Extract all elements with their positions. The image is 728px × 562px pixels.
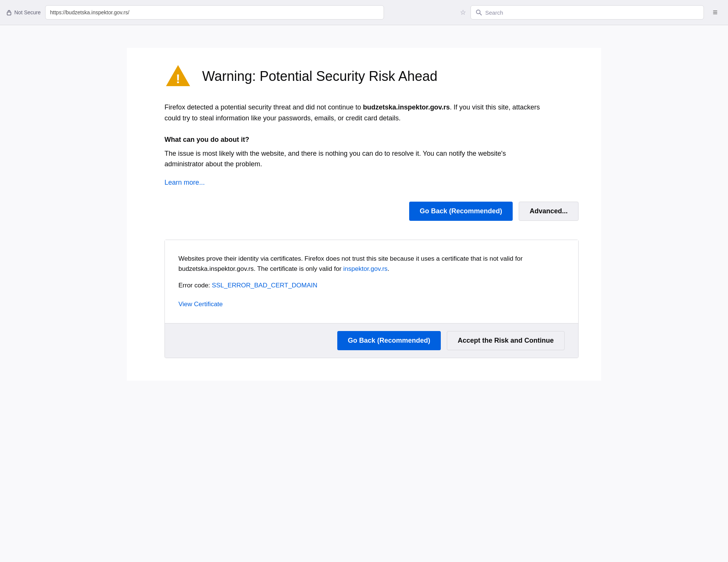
go-back-button[interactable]: Go Back (Recommended) xyxy=(409,202,513,221)
search-bar[interactable]: Search xyxy=(471,5,704,20)
warning-triangle-icon: ! xyxy=(164,63,192,90)
error-code-label: Error code: xyxy=(178,282,212,289)
main-button-row: Go Back (Recommended) Advanced... xyxy=(164,202,579,221)
accept-risk-button[interactable]: Accept the Risk and Continue xyxy=(447,331,565,350)
advanced-panel-footer: Go Back (Recommended) Accept the Risk an… xyxy=(165,323,578,358)
lock-icon xyxy=(6,9,12,15)
browser-toolbar: Not Secure https://budzetska.inspektor.g… xyxy=(0,0,728,25)
warning-title: Warning: Potential Security Risk Ahead xyxy=(202,68,437,84)
svg-rect-0 xyxy=(7,12,11,15)
bookmark-icon[interactable]: ☆ xyxy=(460,8,466,17)
view-certificate-link[interactable]: View Certificate xyxy=(178,301,223,308)
advanced-panel: Websites prove their identity via certif… xyxy=(164,240,579,358)
advanced-text-2: . xyxy=(388,265,390,272)
search-icon xyxy=(475,9,482,16)
browser-menu-icon[interactable]: ≡ xyxy=(708,6,722,19)
warning-body-text-1: Firefox detected a potential security th… xyxy=(164,103,363,111)
go-back-button-2[interactable]: Go Back (Recommended) xyxy=(337,331,441,350)
advanced-panel-body: Websites prove their identity via certif… xyxy=(165,240,578,323)
warning-header: ! Warning: Potential Security Risk Ahead xyxy=(164,63,579,90)
what-can-title: What can you do about it? xyxy=(164,136,579,144)
svg-text:!: ! xyxy=(176,71,180,86)
error-code-value[interactable]: SSL_ERROR_BAD_CERT_DOMAIN xyxy=(212,282,317,289)
advanced-text: Websites prove their identity via certif… xyxy=(178,254,525,274)
what-can-body: The issue is most likely with the websit… xyxy=(164,148,533,170)
url-text: https://budzetska.inspektor.gov.rs/ xyxy=(50,9,129,15)
error-page: ! Warning: Potential Security Risk Ahead… xyxy=(127,48,601,381)
learn-more-link[interactable]: Learn more... xyxy=(164,179,205,187)
url-bar[interactable]: https://budzetska.inspektor.gov.rs/ xyxy=(45,5,384,20)
not-secure-label: Not Secure xyxy=(14,9,41,15)
search-placeholder: Search xyxy=(485,9,503,16)
what-can-section: What can you do about it? The issue is m… xyxy=(164,136,579,170)
warning-body: Firefox detected a potential security th… xyxy=(164,102,541,124)
error-code-line: Error code: SSL_ERROR_BAD_CERT_DOMAIN xyxy=(178,282,565,289)
not-secure-indicator: Not Secure xyxy=(6,9,41,15)
inspektor-link[interactable]: inspektor.gov.rs xyxy=(343,265,388,272)
advanced-button[interactable]: Advanced... xyxy=(519,202,579,221)
svg-line-2 xyxy=(480,14,482,15)
warning-domain: budzetska.inspektor.gov.rs xyxy=(363,103,450,111)
